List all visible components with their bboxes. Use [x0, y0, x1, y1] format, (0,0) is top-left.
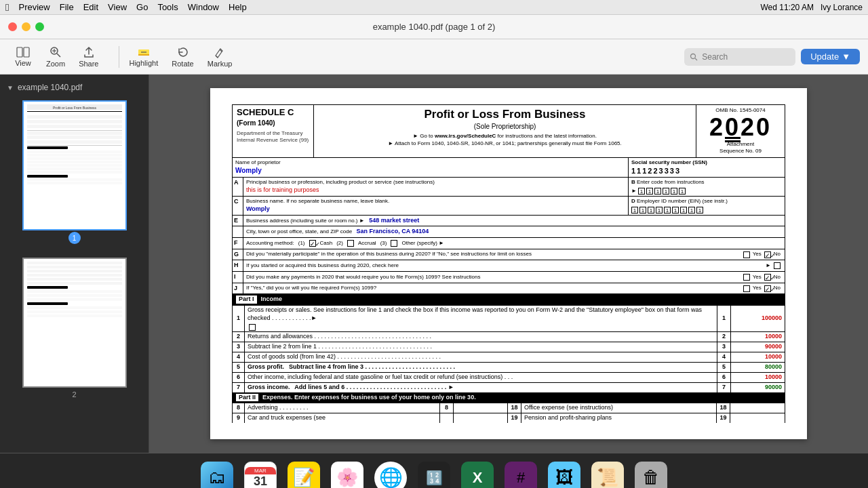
form-year: 2020 [701, 114, 781, 141]
svg-rect-18 [27, 125, 122, 128]
dock-chrome[interactable]: 🌐 [372, 460, 410, 489]
toolbar: View Zoom Share Highlight [0, 39, 868, 75]
close-button[interactable] [8, 22, 17, 31]
menubar-right: Wed 11:20 AM Ivy Lorance [760, 3, 863, 12]
svg-rect-45 [27, 298, 122, 301]
row-g-yes-checkbox[interactable] [743, 251, 750, 258]
row-desc-5: Gross profit. Subtract line 4 from line … [245, 363, 717, 372]
pdf-viewer[interactable]: SCHEDULE C (Form 1040) Department of the… [149, 75, 868, 453]
dock-notes[interactable]: 📝 [285, 460, 323, 489]
highlight-button[interactable]: Highlight [123, 44, 163, 70]
svg-rect-34 [27, 182, 122, 184]
row-desc-7: Gross income. Add lines 5 and 6 . . . . … [245, 383, 717, 392]
svg-rect-32 [27, 175, 68, 178]
form-website: ► Go to www.irs.gov/ScheduleC for instru… [413, 133, 597, 139]
menu-tools[interactable]: Tools [157, 2, 178, 12]
acct-accrual-checkbox[interactable] [347, 240, 354, 247]
row-i-no-checkbox[interactable]: ✓ [764, 274, 771, 281]
page-thumb-2[interactable]: 2 [5, 252, 143, 404]
dock-excel[interactable]: X [458, 460, 496, 489]
row-linenum-4: 4 [717, 352, 730, 362]
no-label-g: No [774, 251, 781, 258]
search-box[interactable] [684, 48, 795, 66]
fullscreen-button[interactable] [35, 22, 44, 31]
menu-file[interactable]: File [60, 2, 74, 12]
exp-linebox-18: 18 [717, 403, 730, 413]
row-amount-1: 100000 [730, 306, 785, 331]
row-g-text: Did you "materially participate" in the … [243, 249, 739, 259]
svg-rect-37 [27, 266, 122, 268]
search-input[interactable] [702, 52, 790, 62]
row-num-3: 3 [233, 342, 245, 352]
exp-desc-8: Advertising . . . . . . . . . [245, 403, 440, 413]
svg-rect-30 [27, 167, 122, 170]
row-j-no-checkbox[interactable]: ✓ [764, 285, 771, 292]
row-h-arrow: ► [766, 262, 771, 269]
section-f-value: San Francisco, CA 94104 [357, 228, 429, 235]
share-button[interactable]: Share [73, 43, 104, 70]
dock-finder[interactable]: 🗂 [198, 460, 236, 489]
page-thumb-1[interactable]: Profit or Loss From Business [5, 95, 143, 249]
preview-dock-icon: 🖼 [548, 462, 580, 489]
dock-trash[interactable]: 🗑 [632, 460, 670, 489]
row-amount-6: 10000 [730, 373, 785, 382]
update-chevron-icon: ▼ [842, 52, 850, 62]
exp-num-9: 9 [233, 413, 245, 423]
dock-slack[interactable]: # [502, 460, 540, 489]
section-b-text: Enter code from instructions [637, 179, 705, 185]
svg-rect-36 [27, 262, 122, 264]
form-irs: Internal Revenue Service (99) [237, 137, 309, 144]
row-linenum-2: 2 [717, 332, 730, 342]
minimize-button[interactable] [22, 22, 31, 31]
svg-rect-20 [27, 131, 122, 135]
expenses-table: 8 Advertising . . . . . . . . . 8 18 Off… [232, 403, 785, 423]
exp-amount-19 [730, 413, 785, 423]
dock-preview[interactable]: 🖼 [545, 460, 583, 489]
pdf-page: SCHEDULE C (Form 1040) Department of the… [210, 88, 807, 439]
calendar-icon: MAR 31 [244, 462, 277, 489]
zoom-button[interactable]: Zoom [41, 43, 71, 70]
row-i-label: I [233, 272, 243, 283]
menu-window[interactable]: Window [188, 2, 219, 12]
row-amount-7: 90000 [730, 383, 785, 392]
section-a-text: Principal business or profession, includ… [246, 179, 625, 186]
part1-title: Income [261, 296, 283, 304]
dock-calculator[interactable]: 🔢 [415, 460, 453, 489]
menu-view[interactable]: View [108, 2, 127, 12]
menu-help[interactable]: Help [229, 2, 247, 12]
sidebar-header[interactable]: ▼ example 1040.pdf [0, 80, 149, 95]
section-e-text: Business address (including suite or roo… [246, 218, 365, 224]
acct-1: (1) [298, 240, 305, 247]
row-g-no-checkbox[interactable]: ✓ [764, 251, 771, 258]
row-i-text: Did you make any payments in 2020 that w… [243, 272, 739, 282]
dock-calendar[interactable]: MAR 31 [241, 460, 279, 489]
dock-scripts[interactable]: 📜 [589, 460, 627, 489]
row-num-4: 4 [233, 352, 245, 362]
dock-photos[interactable]: 🌸 [328, 460, 366, 489]
menu-go[interactable]: Go [136, 2, 148, 12]
section-d-box-3: 1 [648, 207, 654, 214]
yes-label-j: Yes [753, 285, 762, 291]
part2-title: Expenses. Enter expenses for business us… [262, 394, 476, 402]
markup-button[interactable]: Markup [202, 43, 238, 70]
section-b-box-1: 1 [638, 188, 645, 195]
menubar:  Preview File Edit View Go Tools Window… [0, 0, 868, 15]
row-g-label: G [233, 249, 243, 260]
rotate-button[interactable]: Rotate [166, 43, 199, 70]
row-1-checkbox[interactable] [249, 324, 256, 331]
calculator-icon: 🔢 [418, 462, 450, 489]
row-j-yes-checkbox[interactable] [743, 285, 750, 292]
row-h-checkbox[interactable] [774, 262, 781, 269]
row-i-yes-checkbox[interactable] [743, 274, 750, 281]
view-button[interactable]: View [8, 44, 38, 70]
acct-other-checkbox[interactable] [391, 240, 397, 247]
part1-label: Part I [236, 296, 257, 304]
menu-preview[interactable]: Preview [18, 2, 50, 12]
apple-icon[interactable]:  [5, 1, 9, 13]
exp-linebox-9 [440, 413, 454, 423]
row-desc-3: Subtract line 2 from line 1 . . . . . . … [245, 342, 717, 352]
update-button[interactable]: Update ▼ [801, 49, 860, 64]
svg-line-3 [57, 54, 60, 57]
menu-edit[interactable]: Edit [83, 2, 98, 12]
acct-cash-checkbox[interactable]: ✓ [309, 240, 316, 247]
